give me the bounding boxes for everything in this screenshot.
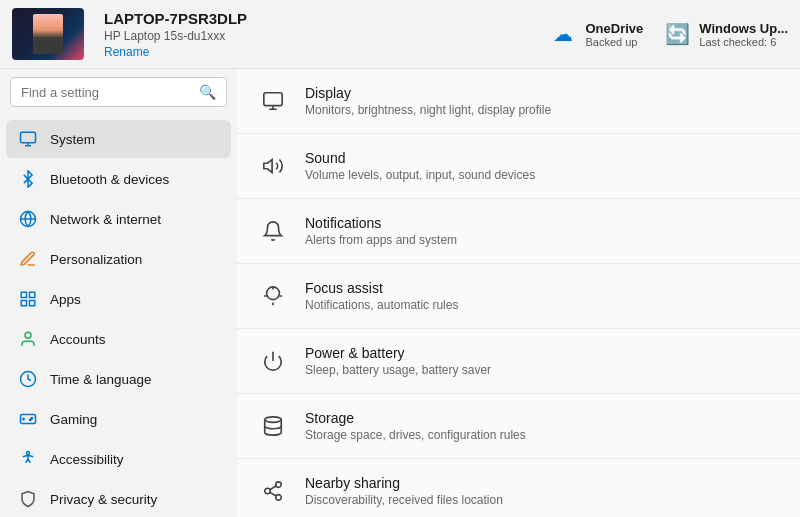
storage-icon [257, 410, 289, 442]
sidebar-item-accounts[interactable]: Accounts [6, 320, 231, 358]
power-desc: Sleep, battery usage, battery saver [305, 363, 491, 377]
windows-update-status: Last checked: 6 [699, 36, 788, 48]
device-name: LAPTOP-7PSR3DLP [104, 10, 247, 27]
sidebar-label-personalization: Personalization [50, 252, 142, 267]
search-input[interactable] [21, 85, 191, 100]
header: LAPTOP-7PSR3DLP HP Laptop 15s-du1xxx Ren… [0, 0, 800, 69]
onedrive-text: OneDrive Backed up [585, 21, 643, 48]
device-model: HP Laptop 15s-du1xxx [104, 29, 247, 43]
svg-point-9 [25, 332, 31, 338]
display-text: Display Monitors, brightness, night ligh… [305, 85, 551, 117]
storage-title: Storage [305, 410, 526, 426]
settings-list: Display Monitors, brightness, night ligh… [237, 69, 800, 517]
bluetooth-icon [18, 169, 38, 189]
sidebar-item-gaming[interactable]: Gaming [6, 400, 231, 438]
sidebar-item-privacy[interactable]: Privacy & security [6, 480, 231, 517]
svg-rect-7 [21, 301, 26, 306]
main: 🔍 System Bluetooth & devices [0, 69, 800, 517]
personalization-icon [18, 249, 38, 269]
sidebar-label-accounts: Accounts [50, 332, 106, 347]
onedrive-widget[interactable]: ☁ OneDrive Backed up [549, 20, 643, 48]
search-icon: 🔍 [199, 84, 216, 100]
time-icon [18, 369, 38, 389]
sound-text: Sound Volume levels, output, input, soun… [305, 150, 535, 182]
windows-update-text: Windows Up... Last checked: 6 [699, 21, 788, 48]
nearby-text: Nearby sharing Discoverability, received… [305, 475, 503, 507]
sidebar-item-network[interactable]: Network & internet [6, 200, 231, 238]
sidebar-item-bluetooth[interactable]: Bluetooth & devices [6, 160, 231, 198]
accounts-icon [18, 329, 38, 349]
focus-title: Focus assist [305, 280, 458, 296]
svg-rect-0 [21, 132, 36, 143]
svg-line-26 [270, 492, 276, 496]
display-icon [257, 85, 289, 117]
sidebar-item-apps[interactable]: Apps [6, 280, 231, 318]
sidebar-label-gaming: Gaming [50, 412, 97, 427]
gaming-icon [18, 409, 38, 429]
device-thumbnail [12, 8, 84, 60]
sidebar-item-accessibility[interactable]: Accessibility [6, 440, 231, 478]
settings-item-focus[interactable]: Focus assist Notifications, automatic ru… [237, 264, 800, 329]
svg-point-24 [265, 488, 271, 494]
sidebar-label-network: Network & internet [50, 212, 161, 227]
network-icon [18, 209, 38, 229]
focus-text: Focus assist Notifications, automatic ru… [305, 280, 458, 312]
svg-point-16 [27, 452, 30, 455]
power-icon [257, 345, 289, 377]
sidebar-item-system[interactable]: System [6, 120, 231, 158]
svg-rect-17 [264, 93, 282, 106]
svg-point-23 [276, 482, 282, 488]
notifications-desc: Alerts from apps and system [305, 233, 457, 247]
sidebar-label-system: System [50, 132, 95, 147]
windows-update-widget[interactable]: 🔄 Windows Up... Last checked: 6 [663, 20, 788, 48]
sidebar-item-personalization[interactable]: Personalization [6, 240, 231, 278]
settings-item-notifications[interactable]: Notifications Alerts from apps and syste… [237, 199, 800, 264]
onedrive-status: Backed up [585, 36, 643, 48]
nearby-icon [257, 475, 289, 507]
apps-icon [18, 289, 38, 309]
system-icon [18, 129, 38, 149]
sidebar-label-time: Time & language [50, 372, 152, 387]
display-desc: Monitors, brightness, night light, displ… [305, 103, 551, 117]
svg-rect-5 [21, 292, 26, 297]
sidebar-label-privacy: Privacy & security [50, 492, 157, 507]
search-container: 🔍 [0, 69, 237, 115]
svg-marker-20 [264, 160, 272, 173]
accessibility-icon [18, 449, 38, 469]
power-title: Power & battery [305, 345, 491, 361]
nearby-desc: Discoverability, received files location [305, 493, 503, 507]
sidebar-label-apps: Apps [50, 292, 81, 307]
sidebar-label-bluetooth: Bluetooth & devices [50, 172, 169, 187]
svg-rect-8 [30, 301, 35, 306]
settings-item-storage[interactable]: Storage Storage space, drives, configura… [237, 394, 800, 459]
svg-point-15 [30, 419, 32, 421]
notifications-text: Notifications Alerts from apps and syste… [305, 215, 457, 247]
onedrive-title: OneDrive [585, 21, 643, 36]
settings-item-sound[interactable]: Sound Volume levels, output, input, soun… [237, 134, 800, 199]
sound-desc: Volume levels, output, input, sound devi… [305, 168, 535, 182]
sidebar: 🔍 System Bluetooth & devices [0, 69, 237, 517]
search-box[interactable]: 🔍 [10, 77, 227, 107]
notifications-icon [257, 215, 289, 247]
settings-item-display[interactable]: Display Monitors, brightness, night ligh… [237, 69, 800, 134]
nav-items: System Bluetooth & devices Network [0, 115, 237, 517]
sound-icon [257, 150, 289, 182]
notifications-title: Notifications [305, 215, 457, 231]
focus-icon [257, 280, 289, 312]
storage-text: Storage Storage space, drives, configura… [305, 410, 526, 442]
sidebar-item-time[interactable]: Time & language [6, 360, 231, 398]
device-info: LAPTOP-7PSR3DLP HP Laptop 15s-du1xxx Ren… [104, 10, 247, 59]
windows-update-title: Windows Up... [699, 21, 788, 36]
onedrive-icon: ☁ [549, 20, 577, 48]
header-widgets: ☁ OneDrive Backed up 🔄 Windows Up... Las… [549, 20, 788, 48]
svg-point-25 [276, 495, 282, 501]
nearby-title: Nearby sharing [305, 475, 503, 491]
power-text: Power & battery Sleep, battery usage, ba… [305, 345, 491, 377]
svg-point-22 [265, 417, 282, 423]
windows-update-icon: 🔄 [663, 20, 691, 48]
settings-item-nearby[interactable]: Nearby sharing Discoverability, received… [237, 459, 800, 517]
settings-item-power[interactable]: Power & battery Sleep, battery usage, ba… [237, 329, 800, 394]
sound-title: Sound [305, 150, 535, 166]
storage-desc: Storage space, drives, configuration rul… [305, 428, 526, 442]
rename-link[interactable]: Rename [104, 45, 247, 59]
